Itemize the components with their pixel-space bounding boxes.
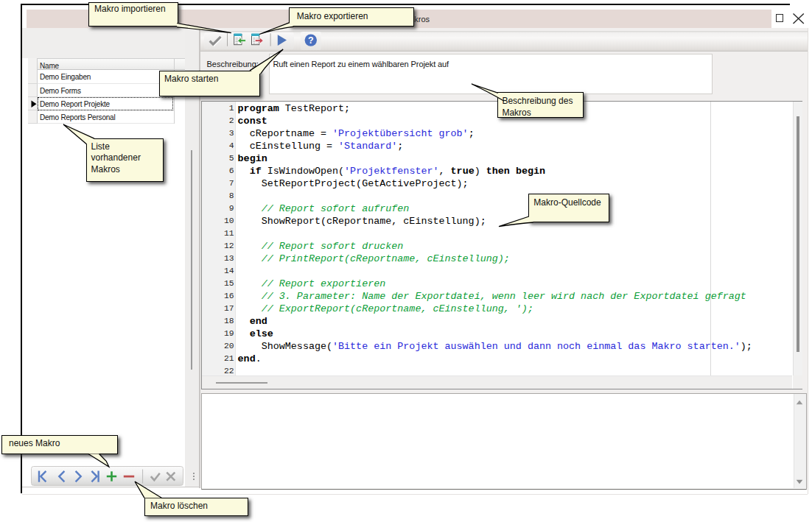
svg-text:?: ? xyxy=(308,35,314,46)
